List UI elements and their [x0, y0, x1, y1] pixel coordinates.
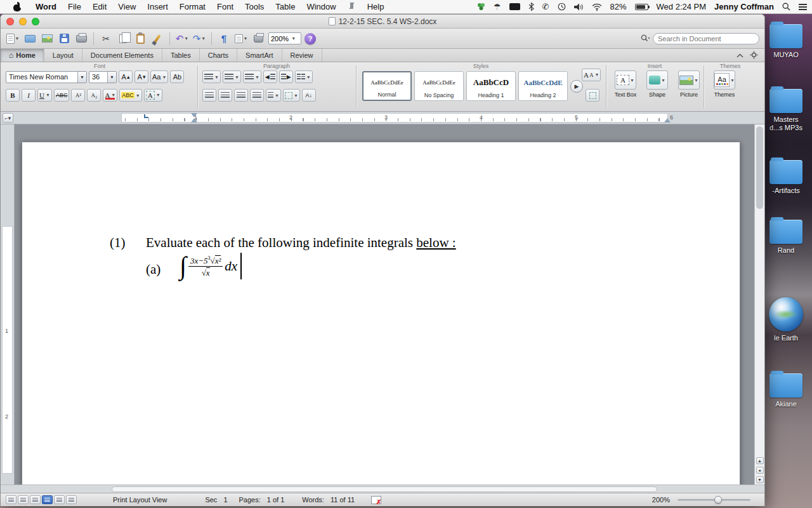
insert-shape-button[interactable]: ▼ Shape [643, 70, 672, 98]
wifi-icon[interactable] [592, 3, 602, 11]
tab-review[interactable]: Review [282, 49, 322, 62]
style-heading-2[interactable]: AaBbCcDdE Heading 2 [518, 71, 568, 101]
tab-home[interactable]: ⌂ Home [1, 49, 44, 62]
menu-file[interactable]: File [62, 0, 87, 14]
open-button[interactable] [23, 32, 37, 45]
align-left-button[interactable] [202, 89, 216, 102]
bold-button[interactable]: B [6, 89, 20, 102]
view-layout-button[interactable]: ▼ [234, 32, 248, 45]
increase-indent-button[interactable]: ▶ [279, 70, 293, 83]
zoom-slider-knob[interactable] [714, 496, 722, 504]
zoom-button[interactable] [32, 18, 39, 25]
umbrella-app-icon[interactable]: ☂ [494, 2, 501, 11]
menu-help[interactable]: Help [362, 0, 390, 14]
insert-picture-button[interactable]: ▼ Picture [674, 70, 704, 98]
more-styles-button[interactable]: ▶ [570, 80, 583, 93]
gear-icon[interactable] [750, 51, 758, 60]
justify-button[interactable] [250, 89, 264, 102]
style-heading-1[interactable]: AaBbCcD Heading 1 [466, 71, 516, 101]
clear-formatting-button[interactable]: Ab [170, 70, 184, 83]
menu-window[interactable]: Window [301, 0, 341, 14]
tab-selector-button[interactable]: ⌐▾ [3, 113, 13, 123]
desktop-icon-google-earth[interactable]: le Earth [763, 297, 809, 342]
subscript-button[interactable]: A₂ [87, 89, 101, 102]
change-case-button[interactable]: Aa▼ [150, 70, 168, 83]
tab-layout[interactable]: Layout [44, 49, 82, 62]
print-layout-view-button[interactable] [42, 495, 53, 504]
tab-document-elements[interactable]: Document Elements [82, 49, 162, 62]
outline-view-button[interactable] [18, 495, 29, 504]
multilevel-list-button[interactable]: ▼ [243, 70, 261, 83]
shading-sort-button[interactable]: A↓ [302, 89, 316, 102]
vertical-scrollbar[interactable]: ▲ ● ▼ [754, 124, 764, 485]
first-line-indent-marker[interactable] [191, 113, 197, 117]
title-bar[interactable]: 12-2-15 SEC. 5.4 WS-2.docx [1, 15, 764, 29]
redo-button[interactable]: ↷▼ [192, 32, 206, 45]
document-page[interactable]: (1) Evaluate each of the following indef… [22, 142, 740, 485]
user-menu[interactable]: Jenny Coffman [714, 2, 774, 11]
superscript-button[interactable]: A² [71, 89, 85, 102]
dark-app-icon[interactable] [509, 3, 520, 10]
clover-app-icon[interactable] [477, 3, 485, 11]
collapse-ribbon-icon[interactable] [737, 51, 743, 59]
print-preview-button[interactable] [251, 32, 265, 45]
italic-button[interactable]: I [22, 89, 36, 102]
close-button[interactable] [6, 18, 14, 25]
battery-icon[interactable] [635, 4, 648, 10]
horizontal-scrollbar-thumb[interactable] [112, 486, 657, 492]
minimize-button[interactable] [19, 18, 27, 25]
style-normal[interactable]: AaBbCcDdEe Normal [362, 71, 412, 101]
right-indent-marker[interactable] [664, 118, 671, 123]
strikethrough-button[interactable]: ABC [54, 89, 70, 102]
tab-stop-marker[interactable] [144, 114, 148, 118]
menu-font[interactable]: Font [211, 0, 239, 14]
styles-pane-button[interactable] [586, 89, 599, 102]
vertical-ruler[interactable]: 1 2 [1, 124, 15, 485]
font-color-button[interactable]: A▼ [103, 89, 117, 102]
save-button[interactable] [57, 32, 71, 45]
spelling-status-icon[interactable] [371, 496, 381, 504]
align-right-button[interactable] [234, 89, 248, 102]
gallery-button[interactable] [40, 32, 54, 45]
highlight-button[interactable]: ABC▼ [119, 89, 141, 102]
menu-word[interactable]: Word [30, 0, 62, 14]
script-menu-icon[interactable] [342, 0, 362, 14]
menu-edit[interactable]: Edit [87, 0, 112, 14]
print-button[interactable] [74, 32, 88, 45]
cut-button[interactable]: ✂ [99, 32, 113, 45]
menu-table[interactable]: Table [270, 0, 301, 14]
new-document-button[interactable]: ▼ [6, 32, 20, 45]
menu-tools[interactable]: Tools [239, 0, 270, 14]
align-center-button[interactable] [218, 89, 232, 102]
select-browse-object-button[interactable]: ● [756, 467, 764, 474]
apple-menu[interactable] [8, 3, 30, 11]
shrink-font-button[interactable]: A▾ [134, 70, 148, 83]
themes-button[interactable]: Aa ▼ Themes [710, 70, 739, 98]
desktop-icon-artifacts[interactable]: -Artifacts [763, 160, 809, 195]
horizontal-scrollbar[interactable] [1, 485, 764, 493]
desktop-icon-muyao[interactable]: MUYAO [763, 24, 809, 59]
style-no-spacing[interactable]: AaBbCcDdEe No Spacing [414, 71, 464, 101]
show-formatting-button[interactable]: ¶ [217, 32, 231, 45]
columns-button[interactable]: ▼ [295, 70, 313, 83]
undo-button[interactable]: ↶▼ [175, 32, 189, 45]
spotlight-icon[interactable] [782, 3, 790, 11]
menu-format[interactable]: Format [174, 0, 211, 14]
publishing-view-button[interactable] [30, 495, 41, 504]
help-button[interactable]: ? [304, 33, 316, 44]
hanging-indent-marker[interactable] [191, 118, 197, 123]
focus-view-button[interactable] [66, 495, 77, 504]
zoom-select[interactable]: 200%▼ [268, 32, 301, 44]
desktop-icon-rand[interactable]: Rand [763, 220, 809, 255]
menu-insert[interactable]: Insert [141, 0, 174, 14]
copy-button[interactable] [116, 32, 130, 45]
numbering-button[interactable]: ▼ [223, 70, 241, 83]
vertical-scrollbar-thumb[interactable] [756, 126, 763, 209]
desktop-icon-masters-mp3s[interactable]: Masters d...s MP3s [763, 89, 809, 132]
tab-tables[interactable]: Tables [162, 49, 200, 62]
bluetooth-icon[interactable] [528, 3, 534, 11]
zoom-slider[interactable] [678, 499, 750, 501]
time-machine-icon[interactable] [558, 3, 566, 11]
tab-smartart[interactable]: SmartArt [237, 49, 282, 62]
tab-charts[interactable]: Charts [200, 49, 237, 62]
